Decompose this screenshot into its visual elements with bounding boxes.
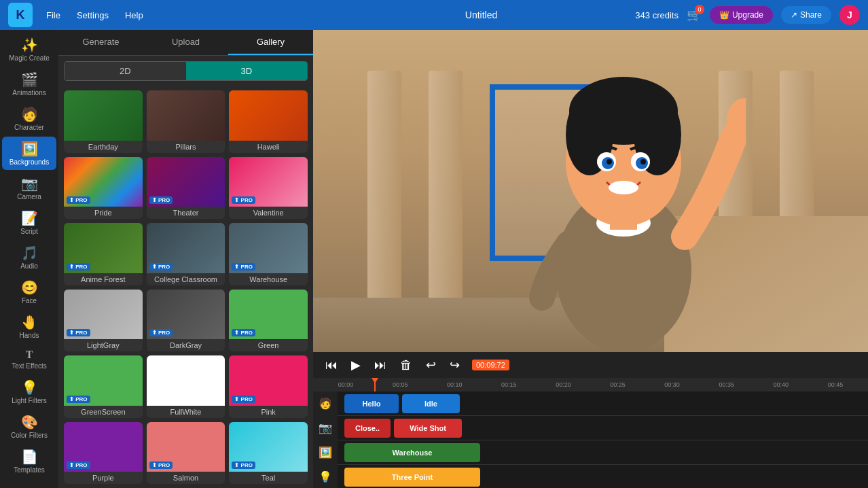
app-logo[interactable]: K <box>8 3 33 27</box>
clip-three-point[interactable]: Three Point <box>344 468 480 487</box>
sidebar-item-backgrounds[interactable]: 🖼️ Backgrounds <box>2 137 56 170</box>
gallery-item-lightgray[interactable]: ⬆ PROLightGray <box>64 290 143 352</box>
sidebar-item-hands[interactable]: 🤚 Hands <box>2 310 56 343</box>
gallery-label-darkgray: DarkGray <box>167 339 204 351</box>
sidebar-item-audio[interactable]: 🎵 Audio <box>2 241 56 274</box>
clip-warehouse[interactable]: Warehouse <box>344 443 480 462</box>
cart-button[interactable]: 🛒0 <box>687 7 702 22</box>
sidebar-item-text-effects[interactable]: T Text Effects <box>2 345 56 374</box>
gallery-thumb-pillars <box>147 90 225 141</box>
tab-upload[interactable]: Upload <box>143 30 228 55</box>
menu-file[interactable]: File <box>46 10 60 20</box>
gallery-item-valentine[interactable]: ⬆ PROValentine <box>229 157 308 220</box>
magic-create-icon: ✨ <box>21 37 38 53</box>
gallery-item-fullwhite[interactable]: FullWhite <box>147 355 225 418</box>
light-filters-icon: 💡 <box>21 379 38 396</box>
gallery-item-haweli[interactable]: Haweli <box>229 90 308 153</box>
track-light: 💡 Three Point <box>313 465 868 488</box>
gallery-label-haweli: Haweli <box>255 141 283 153</box>
sidebar-item-camera[interactable]: 📷 Camera <box>2 171 56 205</box>
share-icon: ↗ <box>791 10 797 20</box>
topbar: K File Settings Help Untitled 343 credit… <box>0 0 868 30</box>
gallery-item-teal[interactable]: ⬆ PROTeal <box>229 422 308 485</box>
svg-point-12 <box>640 159 646 164</box>
color-filters-icon: 🎨 <box>21 414 38 430</box>
sidebar-label-backgrounds: Backgrounds <box>10 158 49 166</box>
character-icon: 🧑 <box>21 106 38 122</box>
track-camera-icon: 📷 <box>313 416 338 440</box>
gallery-thumb-pink: ⬆ PRO <box>229 355 308 406</box>
gallery-thumb-greenscreen: ⬆ PRO <box>64 355 143 406</box>
user-avatar[interactable]: J <box>839 5 860 25</box>
sidebar-item-magic-create[interactable]: ✨ Magic Create <box>2 33 56 66</box>
ruler-00:05: 00:05 <box>373 381 427 388</box>
sidebar-item-animations[interactable]: 🎬 Animations <box>2 67 56 101</box>
clip-hello[interactable]: Hello <box>344 394 399 413</box>
pro-badge-warehouse: ⬆ PRO <box>232 263 255 271</box>
gallery-label-valentine: Valentine <box>251 207 287 219</box>
pro-badge-greenscreen: ⬆ PRO <box>67 396 90 403</box>
gallery-item-collegeclassroom[interactable]: ⬆ PROCollege Classroom <box>147 223 225 285</box>
tab-gallery[interactable]: Gallery <box>228 30 313 55</box>
ruler-00:30: 00:30 <box>645 381 700 388</box>
gallery-label-theater: Theater <box>170 207 202 219</box>
gallery-item-theater[interactable]: ⬆ PROTheater <box>147 157 225 220</box>
gallery-item-warehouse[interactable]: ⬆ PROWarehouse <box>229 223 308 285</box>
track-background: 🖼️ Warehouse <box>313 440 868 465</box>
bg-column-1 <box>367 71 401 302</box>
btn-skip-start[interactable]: ⏮ <box>321 357 342 374</box>
gallery-item-greenscreen[interactable]: ⬆ PROGreenScreen <box>64 355 143 418</box>
gallery-item-pillars[interactable]: Pillars <box>147 90 225 153</box>
credits-display[interactable]: 343 credits <box>635 10 679 20</box>
gallery-item-earthday[interactable]: Earthday <box>64 90 143 153</box>
pro-badge-valentine: ⬆ PRO <box>232 196 255 204</box>
btn-undo[interactable]: ↩ <box>422 356 440 374</box>
clip-idle[interactable]: Idle <box>402 394 460 413</box>
audio-icon: 🎵 <box>21 245 38 261</box>
menu-help[interactable]: Help <box>125 10 143 20</box>
gallery-item-pink[interactable]: ⬆ PROPink <box>229 355 308 418</box>
sidebar-label-face: Face <box>22 297 37 304</box>
gallery-thumb-green: ⬆ PRO <box>229 290 308 340</box>
sidebar-item-color-filters[interactable]: 🎨 Color Filters <box>2 410 56 443</box>
gallery-label-purple: Purple <box>90 472 117 484</box>
content-area: ⏮ ▶ ⏭ 🗑 ↩ ↪ 00:09:72 00:00 00:05 00:10 0… <box>313 30 868 488</box>
sidebar-item-templates[interactable]: 📄 Templates <box>2 445 56 478</box>
sidebar-item-light-filters[interactable]: 💡 Light Filters <box>2 375 56 408</box>
gallery-item-animeforest[interactable]: ⬆ PROAnime Forest <box>64 223 143 285</box>
gallery-item-green[interactable]: ⬆ PROGreen <box>229 290 308 352</box>
gallery-item-purple[interactable]: ⬆ PROPurple <box>64 422 143 485</box>
tab-generate[interactable]: Generate <box>58 30 143 55</box>
btn-skip-end[interactable]: ⏭ <box>370 357 391 374</box>
character-svg <box>501 30 746 352</box>
svg-rect-15 <box>736 99 744 123</box>
btn-play[interactable]: ▶ <box>347 356 365 374</box>
pro-badge-pride: ⬆ PRO <box>67 196 90 204</box>
btn-3d[interactable]: 3D <box>186 62 308 80</box>
upgrade-button[interactable]: 👑 Upgrade <box>710 6 773 24</box>
timeline-ruler: 00:00 00:05 00:10 00:15 00:20 00:25 00:3… <box>313 378 868 391</box>
pro-badge-theater: ⬆ PRO <box>149 196 173 204</box>
gallery-item-pride[interactable]: ⬆ PROPride <box>64 157 143 220</box>
timeline-controls: ⏮ ▶ ⏭ 🗑 ↩ ↪ 00:09:72 <box>313 352 868 378</box>
gallery-label-earthday: Earthday <box>86 141 121 153</box>
share-button[interactable]: ↗ Share <box>781 6 831 24</box>
btn-delete[interactable]: 🗑 <box>396 357 416 374</box>
gallery-label-pink: Pink <box>258 406 278 418</box>
sidebar-item-face[interactable]: 😊 Face <box>2 275 56 309</box>
ruler-00:10: 00:10 <box>427 381 482 388</box>
gallery-item-salmon[interactable]: ⬆ PROSalmon <box>147 422 225 485</box>
gallery-item-darkgray[interactable]: ⬆ PRODarkGray <box>147 290 225 352</box>
face-icon: 😊 <box>21 279 38 296</box>
clip-wide-shot[interactable]: Wide Shot <box>394 419 462 438</box>
menu-settings[interactable]: Settings <box>77 10 109 20</box>
sidebar-item-script[interactable]: 📝 Script <box>2 206 56 239</box>
sidebar-label-audio: Audio <box>20 262 38 270</box>
sidebar-item-character[interactable]: 🧑 Character <box>2 102 56 135</box>
gallery-thumb-collegeclassroom: ⬆ PRO <box>147 223 225 273</box>
clip-close[interactable]: Close.. <box>344 419 391 438</box>
btn-2d[interactable]: 2D <box>65 62 186 80</box>
ruler-marks: 00:00 00:05 00:10 00:15 00:20 00:25 00:3… <box>319 381 863 388</box>
btn-redo[interactable]: ↪ <box>446 356 464 374</box>
gallery-thumb-fullwhite <box>147 355 225 406</box>
